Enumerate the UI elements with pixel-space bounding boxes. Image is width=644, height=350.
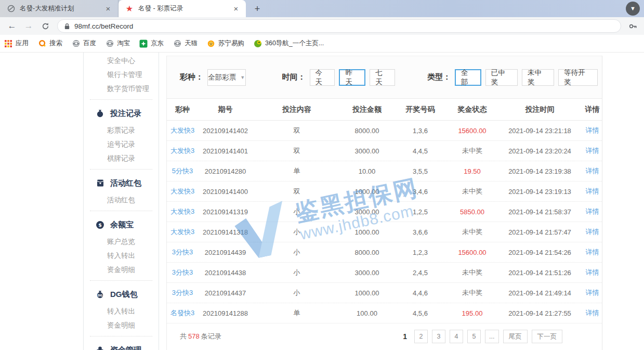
issue-cell: 202109141400	[198, 188, 253, 196]
detail-link[interactable]: 详情	[583, 268, 602, 277]
sidebar-item-security-center[interactable]: 安全中心	[84, 54, 159, 68]
page-5-button[interactable]: 5	[467, 330, 481, 343]
page-2-button[interactable]: 2	[414, 330, 428, 343]
detail-link[interactable]: 详情	[583, 146, 602, 155]
time-cell: 2021-09-14 21:27:55	[497, 309, 583, 317]
type-lost-button[interactable]: 未中奖	[522, 69, 554, 86]
pagination: 共578条记录 1 2 3 4 5 ... 尾页 下一页	[167, 323, 602, 349]
amount-cell: 3000.00	[341, 147, 393, 155]
key-icon[interactable]	[626, 20, 639, 32]
bookmark-baidu[interactable]: 百度	[72, 39, 96, 48]
sidebar-item-chase-records[interactable]: 追号记录	[84, 137, 159, 151]
content-cell: 双	[253, 187, 341, 196]
sidebar-item-dg-fund-details[interactable]: 资金明细	[84, 318, 159, 332]
bookmark-apps[interactable]: 应用	[4, 39, 29, 48]
prize-cell: 19.50	[448, 167, 497, 175]
close-icon[interactable]: ×	[231, 4, 241, 14]
back-button[interactable]: ←	[5, 19, 19, 33]
sidebar: 安全中心 银行卡管理 数字货币管理 投注记录 彩票记录 追号记录 棋牌记录 活动…	[83, 53, 159, 350]
detail-link[interactable]: 详情	[583, 187, 602, 196]
globe-icon	[72, 40, 80, 48]
last-page-button[interactable]: 尾页	[503, 330, 528, 343]
content-cell: 单	[253, 166, 341, 176]
sidebar-section-red-packet[interactable]: 活动红包	[84, 173, 159, 193]
tab-plan[interactable]: 名發-大发精准计划 ×	[0, 0, 119, 17]
time-yesterday-button[interactable]: 昨天	[339, 69, 365, 86]
sidebar-section-bet-records[interactable]: 投注记录	[84, 103, 159, 123]
game-link[interactable]: 大发快3	[167, 187, 198, 196]
prize-cell: 195.00	[448, 309, 497, 317]
refresh-button[interactable]	[38, 19, 52, 33]
chevron-down-icon: ▼	[630, 6, 636, 11]
prize-cell: 未中奖	[448, 187, 497, 196]
detail-link[interactable]: 详情	[583, 166, 602, 176]
url-bar[interactable]: 98mf.cc/betRecord	[57, 19, 621, 33]
detail-link[interactable]: 详情	[583, 248, 602, 257]
lock-icon	[64, 23, 70, 30]
current-page[interactable]: 1	[403, 332, 407, 341]
content-cell: 小	[253, 227, 341, 237]
issue-cell: 202109141401	[198, 147, 253, 155]
detail-link[interactable]: 详情	[583, 227, 602, 237]
page-4-button[interactable]: 4	[450, 330, 463, 343]
prize-cell: 未中奖	[448, 227, 497, 237]
game-link[interactable]: 3分快3	[167, 268, 198, 277]
game-link[interactable]: 大发快3	[167, 227, 198, 237]
sidebar-item-bank-card[interactable]: 银行卡管理	[84, 68, 159, 82]
col-time: 投注时间	[497, 105, 583, 114]
numbers-cell: 4,4,5	[393, 147, 448, 155]
time-today-button[interactable]: 今天	[310, 69, 335, 86]
type-won-button[interactable]: 已中奖	[485, 69, 518, 86]
page-ellipsis-button[interactable]: ...	[485, 330, 498, 343]
type-all-button[interactable]: 全部	[455, 69, 481, 86]
new-tab-button[interactable]: +	[250, 2, 265, 16]
content-cell: 双	[253, 146, 341, 155]
sidebar-section-fund-management[interactable]: 资金管理	[84, 340, 159, 350]
detail-link[interactable]: 详情	[583, 207, 602, 216]
table-row: 3分快3 20210914439 小 8000.00 1,2,3 15600.0…	[167, 242, 602, 263]
close-icon[interactable]: ×	[103, 4, 113, 14]
game-link[interactable]: 大发快3	[167, 126, 198, 135]
slash-circle-icon	[6, 4, 16, 14]
game-link[interactable]: 名發快3	[167, 308, 198, 318]
tab-bet-record[interactable]: ★ 名發 - 彩票记录 ×	[119, 0, 246, 17]
sidebar-section-dg-wallet[interactable]: DG DG钱包	[84, 284, 159, 304]
browser-menu-button[interactable]: ▼	[626, 2, 640, 16]
detail-link[interactable]: 详情	[583, 288, 602, 297]
forward-button[interactable]: →	[22, 19, 35, 33]
sidebar-section-yuebao[interactable]: $ 余额宝	[84, 215, 159, 235]
next-page-button[interactable]: 下一页	[532, 330, 563, 343]
sidebar-item-lottery-records[interactable]: 彩票记录	[84, 123, 159, 137]
prize-cell: 未中奖	[448, 288, 497, 297]
bookmark-suning[interactable]: 苏宁易购	[207, 39, 244, 48]
bookmark-search[interactable]: 搜索	[38, 39, 62, 48]
browser-toolbar: ← → 98mf.cc/betRecord	[0, 17, 644, 35]
game-select-dropdown[interactable]: 全部彩票 ▼	[207, 69, 246, 86]
bookmark-jd[interactable]: 京东	[139, 39, 164, 48]
sidebar-item-fund-details[interactable]: 资金明细	[84, 263, 159, 277]
time-seven-days-button[interactable]: 七天	[370, 69, 395, 86]
game-link[interactable]: 5分快3	[167, 166, 198, 176]
sidebar-item-red-packet[interactable]: 活动红包	[84, 193, 159, 207]
game-link[interactable]: 3分快3	[167, 248, 198, 257]
globe-icon	[173, 40, 181, 48]
sidebar-item-dg-transfer[interactable]: 转入转出	[84, 304, 159, 318]
divider	[90, 280, 152, 281]
detail-link[interactable]: 详情	[583, 126, 602, 135]
page-3-button[interactable]: 3	[432, 330, 445, 343]
sidebar-item-account-overview[interactable]: 账户总览	[84, 235, 159, 249]
sidebar-item-board-records[interactable]: 棋牌记录	[84, 151, 159, 165]
sidebar-item-transfer[interactable]: 转入转出	[84, 249, 159, 263]
time-cell: 2021-09-14 21:54:26	[497, 249, 583, 256]
sidebar-item-digital-currency[interactable]: 数字货币管理	[84, 82, 159, 96]
amount-cell: 8000.00	[341, 127, 393, 135]
type-pending-button[interactable]: 等待开奖	[558, 69, 598, 86]
bookmark-taobao[interactable]: 淘宝	[106, 39, 130, 48]
game-link[interactable]: 大发快3	[167, 146, 198, 155]
detail-link[interactable]: 详情	[583, 308, 602, 318]
table-row: 3分快3 20210914437 小 1000.00 4,4,6 未中奖 202…	[167, 283, 602, 303]
game-link[interactable]: 3分快3	[167, 288, 198, 297]
game-link[interactable]: 大发快3	[167, 207, 198, 216]
bookmark-tmall[interactable]: 天猫	[173, 39, 198, 48]
bookmark-360nav[interactable]: 360导航_一个主页...	[254, 39, 324, 48]
